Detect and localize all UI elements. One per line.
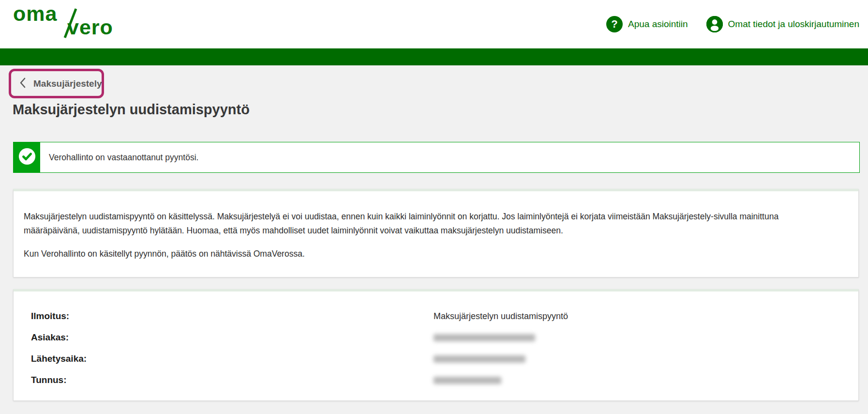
success-banner: Verohallinto on vastaanottanut pyyntösi. [13,142,860,173]
header-links: ? Apua asiointiin Omat tiedot ja uloskir… [606,0,859,48]
success-banner-message: Verohallinto on vastaanottanut pyyntösi. [49,153,198,163]
back-button-label: Maksujärjestely [33,78,102,89]
table-row: Ilmoitus: Maksujärjestelyn uudistamispyy… [14,306,858,327]
profile-logout-label: Omat tiedot ja uloskirjautuminen [728,19,859,30]
redacted-value-tunnus [434,377,501,384]
table-row: Lähetysaika: [14,348,858,369]
success-icon-block [14,142,40,172]
info-paragraph-2: Kun Verohallinto on käsitellyt pyynnön, … [24,247,824,261]
question-mark-icon: ? [606,16,623,32]
question-mark-glyph: ? [611,18,617,31]
chevron-left-icon [19,77,26,90]
detail-label-asiakas: Asiakas: [14,332,434,343]
page-title: Maksujärjestelyn uudistamispyyntö [13,102,250,118]
primary-nav-bar [0,48,868,65]
info-card: Maksujärjestelyn uudistamispyyntö on käs… [13,189,859,277]
detail-label-tunnus: Tunnus: [14,375,434,385]
table-row: Asiakas: [14,327,858,348]
app-header: oma vero ? Apua asiointiin Omat tiedot j… [0,0,868,48]
detail-value-ilmoitus: Maksujärjestelyn uudistamispyyntö [434,311,568,322]
redacted-value-lahetysaika [434,355,525,363]
detail-label-lahetysaika: Lähetysaika: [14,353,434,364]
table-row: Tunnus: [14,369,858,391]
person-icon [706,16,723,32]
back-button-maksujarjestely[interactable]: Maksujärjestely [9,69,104,98]
check-circle-icon [18,147,36,168]
info-paragraph-1: Maksujärjestelyn uudistamispyyntö on käs… [24,210,824,238]
logo-text-vero: vero [67,15,113,39]
details-card: Ilmoitus: Maksujärjestelyn uudistamispyy… [13,289,859,401]
omavero-logo[interactable]: oma vero [13,4,124,43]
logo-text-oma: oma [13,2,57,26]
redacted-value-asiakas [434,334,535,341]
help-link[interactable]: ? Apua asiointiin [606,16,688,32]
profile-logout-link[interactable]: Omat tiedot ja uloskirjautuminen [706,16,859,32]
help-link-label: Apua asiointiin [628,19,688,30]
detail-label-ilmoitus: Ilmoitus: [14,311,434,322]
